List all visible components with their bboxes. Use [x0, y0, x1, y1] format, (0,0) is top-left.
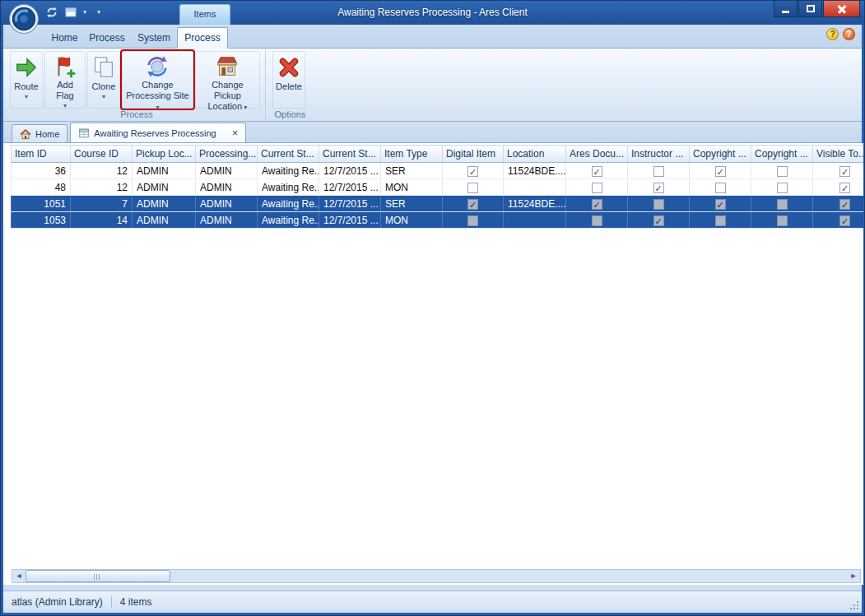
cell-location: 11524BDE....: [504, 196, 566, 212]
column-header-digital_item[interactable]: Digital Item: [443, 146, 504, 163]
dropdown-caret-icon: ▾: [25, 93, 28, 100]
resize-grip[interactable]: [849, 600, 859, 610]
column-header-ares_document[interactable]: Ares Docu...: [566, 146, 628, 163]
grid-row-48[interactable]: 4812ADMINADMINAwaiting Re...12/7/2015 ..…: [12, 179, 864, 196]
delete-button-label: Delete: [276, 81, 302, 92]
horizontal-scrollbar[interactable]: ◄ ►: [12, 569, 861, 583]
digital_item-checkbox[interactable]: ✓: [467, 166, 478, 177]
cell-digital_item: ✓: [443, 163, 504, 179]
ares_document-checkbox[interactable]: [592, 183, 602, 193]
ribbon-tab-system-2[interactable]: System: [131, 28, 177, 48]
digital_item-checkbox[interactable]: ✓: [467, 199, 478, 210]
route-button[interactable]: Route▾: [10, 51, 43, 109]
grid-row-1051[interactable]: 10517ADMINADMINAwaiting Re...12/7/2015 .…: [12, 196, 864, 212]
ribbon-group-options: DeleteOptions: [265, 49, 314, 120]
cell-digital_item: ✓: [443, 196, 504, 212]
cell-current_status: Awaiting Re...: [258, 163, 319, 179]
chevron-down-icon[interactable]: ▾: [83, 9, 86, 16]
instructor-checkbox[interactable]: [653, 166, 664, 177]
digital_item-checkbox[interactable]: [467, 215, 478, 226]
cell-copyright_2: [751, 163, 813, 179]
copyright_2-checkbox[interactable]: [777, 166, 788, 177]
application-menu-button[interactable]: [8, 3, 40, 35]
grid-row-1053[interactable]: 105314ADMINADMINAwaiting Re...12/7/2015 …: [12, 212, 864, 229]
copyright_1-checkbox[interactable]: ✓: [715, 199, 726, 210]
cell-processing_site: ADMIN: [196, 212, 258, 229]
column-header-processing_site[interactable]: Processing...: [196, 146, 258, 163]
delete-button[interactable]: Delete: [272, 51, 305, 109]
column-header-item_type[interactable]: Item Type: [381, 146, 443, 163]
copyright_2-checkbox[interactable]: [777, 215, 788, 226]
group-label-options: Options: [266, 109, 314, 119]
column-header-copyright_2[interactable]: Copyright ...: [751, 146, 813, 163]
document-tabs: HomeAwaiting Reserves Processing×: [3, 122, 862, 143]
column-header-item_id[interactable]: Item ID: [12, 146, 71, 163]
cell-copyright_2: [751, 212, 813, 229]
cell-pickup_location: ADMIN: [133, 212, 196, 229]
scroll-right-button[interactable]: ►: [847, 570, 860, 582]
help-icon[interactable]: ?: [843, 28, 855, 40]
copyright_1-checkbox[interactable]: [715, 183, 726, 193]
home-icon: [20, 128, 31, 140]
customize-qat-caret-icon[interactable]: ▾: [97, 9, 100, 16]
visible_to-checkbox[interactable]: ✓: [839, 199, 850, 210]
cell-current_status_date: 12/7/2015 ...: [319, 212, 381, 229]
instructor-checkbox[interactable]: ✓: [653, 183, 664, 193]
ares_document-checkbox[interactable]: ✓: [592, 199, 602, 210]
cell-pickup_location: ADMIN: [133, 163, 196, 179]
ribbon-tab-home-0[interactable]: Home: [46, 28, 83, 48]
clone-button[interactable]: Clone▾: [87, 51, 120, 109]
cell-current_status: Awaiting Re...: [258, 179, 319, 196]
change-processing-site-button[interactable]: ChangeProcessing Site ▾: [122, 51, 193, 109]
scrollbar-thumb[interactable]: [26, 570, 170, 582]
dropdown-caret-icon: ▾: [102, 93, 105, 100]
close-button[interactable]: [823, 1, 860, 17]
maximize-button[interactable]: [798, 1, 822, 17]
visible_to-checkbox[interactable]: ✓: [839, 183, 850, 193]
column-header-visible_to[interactable]: Visible To...: [813, 146, 864, 163]
instructor-checkbox[interactable]: ✓: [653, 215, 664, 226]
copyright_1-checkbox[interactable]: ✓: [715, 166, 726, 177]
sync-icon[interactable]: [45, 6, 58, 19]
cell-item_id: 48: [12, 179, 71, 196]
column-header-pickup_location[interactable]: Pickup Loc...: [133, 146, 196, 163]
copyright_1-checkbox[interactable]: [715, 215, 726, 226]
ribbon-tab-process-1[interactable]: Process: [83, 28, 131, 48]
ares_document-checkbox[interactable]: [592, 215, 602, 226]
minimize-button[interactable]: [774, 1, 798, 17]
cell-copyright_1: ✓: [690, 196, 751, 212]
ares_document-checkbox[interactable]: ✓: [592, 166, 602, 177]
document-tab-label: Home: [35, 129, 59, 139]
cell-instructor: [628, 163, 690, 179]
column-header-location[interactable]: Location: [504, 146, 566, 163]
cell-pickup_location: ADMIN: [133, 196, 196, 212]
new-form-icon[interactable]: [64, 6, 77, 19]
reserves-grid: Item IDCourse IDPickup Loc...Processing.…: [11, 145, 863, 229]
document-tab-awaiting-reserves-processing[interactable]: Awaiting Reserves Processing×: [70, 123, 246, 142]
scroll-left-button[interactable]: ◄: [12, 570, 26, 582]
column-header-instructor[interactable]: Instructor ...: [628, 146, 690, 163]
digital_item-checkbox[interactable]: [467, 183, 478, 193]
column-header-current_status[interactable]: Current St...: [258, 146, 319, 163]
copyright_2-checkbox[interactable]: [777, 199, 788, 210]
document-tab-home[interactable]: Home: [12, 124, 67, 142]
visible_to-checkbox[interactable]: ✓: [839, 215, 850, 226]
titlebar: Awaiting Reserves Processing - Ares Clie…: [1, 1, 864, 25]
tab-close-icon[interactable]: ×: [232, 127, 239, 138]
cell-digital_item: [443, 212, 504, 229]
instructor-checkbox[interactable]: [653, 199, 664, 210]
cell-copyright_1: [690, 179, 751, 196]
add-flag-button[interactable]: Add Flag▾: [44, 51, 86, 109]
ribbon-tab-process-3[interactable]: Process: [177, 27, 228, 49]
cell-copyright_1: ✓: [690, 163, 751, 179]
visible_to-checkbox[interactable]: ✓: [839, 166, 850, 177]
column-header-course_id[interactable]: Course ID: [71, 146, 133, 163]
copyright_2-checkbox[interactable]: [777, 183, 788, 193]
grid-row-36[interactable]: 3612ADMINADMINAwaiting Re...12/7/2015 ..…: [12, 163, 864, 179]
cell-course_id: 12: [71, 163, 133, 179]
cell-course_id: 14: [71, 212, 133, 229]
change-pickup-location-button[interactable]: Change PickupLocation ▾: [195, 51, 260, 109]
tip-icon[interactable]: ?: [826, 28, 839, 40]
column-header-copyright_1[interactable]: Copyright ...: [690, 146, 751, 163]
column-header-current_status_date[interactable]: Current St...: [319, 146, 381, 163]
